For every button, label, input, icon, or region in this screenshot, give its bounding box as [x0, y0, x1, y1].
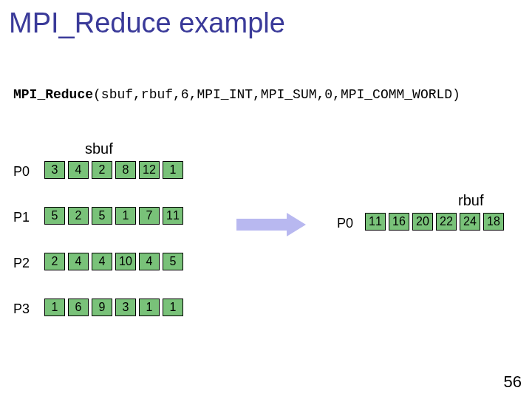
code-fn: MPI_Reduce [13, 87, 93, 102]
sbuf-cell: 5 [163, 253, 183, 270]
sbuf-cell: 4 [68, 161, 89, 179]
sbuf-cell: 12 [139, 161, 160, 179]
rbuf-row: 11 16 20 22 24 18 [365, 213, 504, 231]
sbuf-row-p3: 1 6 9 3 1 1 [44, 299, 183, 316]
proc-label-p2: P2 [13, 256, 30, 271]
sbuf-cell: 5 [92, 207, 112, 225]
slide-title: MPI_Reduce example [9, 7, 285, 39]
proc-label-p3: P3 [13, 301, 30, 317]
proc-label-p0: P0 [13, 164, 30, 180]
sbuf-cell: 1 [139, 299, 160, 316]
rbuf-cell: 11 [365, 213, 386, 231]
sbuf-cell: 6 [68, 299, 89, 316]
proc-label-p1: P1 [13, 210, 30, 225]
page-number: 56 [504, 372, 522, 392]
sbuf-cell: 1 [44, 299, 65, 316]
sbuf-cell: 2 [44, 253, 65, 270]
sbuf-cell: 7 [139, 207, 160, 225]
rbuf-cell: 20 [412, 213, 433, 231]
sbuf-row-p0: 3 4 2 8 12 1 [44, 161, 183, 179]
arrow-shaft [236, 219, 288, 231]
rbuf-cell: 24 [460, 213, 480, 231]
sbuf-cell: 1 [115, 207, 136, 225]
sbuf-row-p1: 5 2 5 1 7 11 [44, 207, 183, 225]
proc-label-p0-right: P0 [337, 216, 353, 231]
sbuf-cell: 4 [68, 253, 89, 270]
rbuf-cell: 16 [389, 213, 409, 231]
sbuf-cell: 1 [163, 161, 183, 179]
rbuf-cell: 22 [436, 213, 457, 231]
sbuf-cell: 9 [92, 299, 112, 316]
rbuf-label: rbuf [458, 192, 483, 209]
sbuf-cell: 3 [115, 299, 136, 316]
sbuf-cell: 8 [115, 161, 136, 179]
sbuf-cell: 10 [115, 253, 136, 270]
sbuf-cell: 4 [139, 253, 160, 270]
code-rest: (sbuf,rbuf,6,MPI_INT,MPI_SUM,0,MPI_COMM_… [93, 87, 460, 102]
sbuf-cell: 2 [92, 161, 112, 179]
sbuf-label: sbuf [85, 140, 113, 157]
sbuf-cell: 2 [68, 207, 89, 225]
arrow-head [287, 213, 306, 236]
rbuf-cell: 18 [483, 213, 504, 231]
sbuf-cell: 11 [163, 207, 183, 225]
sbuf-row-p2: 2 4 4 10 4 5 [44, 253, 183, 270]
arrow-icon [236, 214, 310, 235]
code-line: MPI_Reduce(sbuf,rbuf,6,MPI_INT,MPI_SUM,0… [13, 87, 460, 102]
sbuf-cell: 4 [92, 253, 112, 270]
sbuf-cell: 1 [163, 299, 183, 316]
sbuf-cell: 5 [44, 207, 65, 225]
sbuf-cell: 3 [44, 161, 65, 179]
